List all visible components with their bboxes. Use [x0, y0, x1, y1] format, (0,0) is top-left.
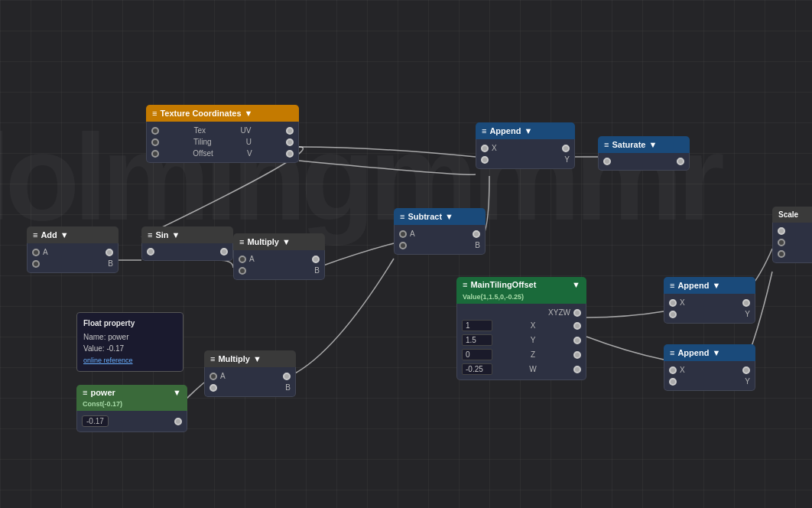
input-w[interactable]	[462, 363, 492, 375]
node-subtract[interactable]: ≡ Subtract ▼ A B	[394, 208, 486, 255]
input-z[interactable]	[462, 349, 492, 360]
pin-append-bot-out[interactable]	[742, 366, 750, 374]
tooltip-ref-link[interactable]: online reference	[83, 357, 133, 364]
node-main-tiling-header[interactable]: ≡ MainTilingOffset ▼ Value(1,1.5,0,-0.25…	[456, 277, 586, 304]
node-append-bot-header[interactable]: ≡ Append ▼	[664, 344, 755, 361]
pin-add-b-in[interactable]	[32, 260, 40, 268]
power-val-row: -0.17	[77, 414, 187, 428]
pin-subtract-b-in[interactable]	[399, 242, 407, 249]
pin-sin-in[interactable]	[147, 248, 154, 256]
node-multiply-bot[interactable]: ≡ Multiply ▼ A B	[204, 350, 296, 397]
pin-mul-bot-out[interactable]	[283, 373, 291, 380]
main-tiling-w: W	[457, 362, 586, 376]
pin-scale-offset-in[interactable]	[778, 239, 785, 246]
pin-subtract-a-in[interactable]	[399, 230, 407, 238]
pin-mul-bot-a-in[interactable]	[209, 373, 217, 380]
append-bot-row-y: Y	[664, 376, 755, 387]
menu-icon: ≡	[83, 388, 87, 397]
node-append-bot[interactable]: ≡ Append ▼ X Y	[664, 344, 755, 391]
pin-tiling-in[interactable]	[151, 138, 159, 146]
node-multiply-top-header[interactable]: ≡ Multiply ▼	[233, 233, 325, 250]
pin-u-out[interactable]	[286, 138, 294, 146]
node-main-tiling[interactable]: ≡ MainTilingOffset ▼ Value(1,1.5,0,-0.25…	[456, 277, 586, 380]
node-sin[interactable]: ≡ Sin ▼	[141, 226, 233, 261]
arrow-icon: ▼	[253, 354, 261, 363]
pin-x-out[interactable]	[573, 322, 581, 330]
pin-v-out[interactable]	[286, 150, 294, 158]
label-y: Y	[745, 310, 750, 318]
node-scale-header[interactable]: Scale	[772, 207, 812, 223]
arrow-icon: ▼	[245, 109, 253, 118]
node-append-mid-title: Append	[677, 281, 709, 290]
pin-subtract-out[interactable]	[473, 230, 480, 238]
pin-mul-bot-b-in[interactable]	[209, 384, 217, 392]
arrow-icon: ▼	[60, 230, 69, 239]
pin-add-out[interactable]	[106, 249, 113, 256]
pin-tex-in[interactable]	[151, 127, 159, 135]
pin-append-top-y-in[interactable]	[481, 156, 489, 164]
pin-append-top-x-in[interactable]	[481, 145, 489, 152]
pin-append-bot-x-in[interactable]	[669, 366, 677, 374]
node-saturate[interactable]: ≡ Saturate ▼	[598, 136, 690, 171]
node-texture-coordinates[interactable]: ≡ Texture Coordinates ▼ Tex UV Tiling U …	[146, 105, 299, 163]
pin-scale-offset2-in[interactable]	[778, 250, 785, 258]
node-append-top-body: X Y	[476, 139, 575, 169]
pin-xyzw-out[interactable]	[573, 309, 581, 317]
pin-power-out[interactable]	[174, 418, 182, 425]
pin-mul-top-out[interactable]	[312, 256, 320, 263]
pin-saturate-out[interactable]	[677, 158, 684, 165]
pin-append-bot-y-in[interactable]	[669, 378, 677, 386]
node-multiply-bot-header[interactable]: ≡ Multiply ▼	[204, 350, 296, 367]
node-row-offset: Offset V	[147, 148, 298, 159]
pin-sin-out[interactable]	[220, 248, 228, 256]
add-row-b: B	[28, 258, 118, 269]
node-multiply-bot-title: Multiply	[218, 354, 250, 363]
arrow-icon: ▼	[572, 280, 580, 289]
node-append-mid[interactable]: ≡ Append ▼ X Y	[664, 277, 755, 324]
input-x[interactable]	[462, 320, 492, 331]
menu-icon: ≡	[670, 348, 674, 357]
pin-mul-top-b-in[interactable]	[239, 267, 246, 275]
node-texture-coordinates-header[interactable]: ≡ Texture Coordinates ▼	[146, 105, 299, 122]
pin-offset-in[interactable]	[151, 150, 159, 158]
node-multiply-top-title: Multiply	[247, 237, 279, 246]
pin-z-out[interactable]	[573, 351, 581, 359]
node-append-bot-body: X Y	[664, 361, 755, 391]
pin-mul-top-a-in[interactable]	[239, 256, 246, 263]
node-append-mid-header[interactable]: ≡ Append ▼	[664, 277, 755, 294]
node-power[interactable]: ≡ power ▼ Const(-0.17) -0.17	[76, 385, 187, 432]
node-append-top[interactable]: ≡ Append ▼ X Y	[476, 122, 575, 169]
node-sin-header[interactable]: ≡ Sin ▼	[141, 226, 233, 243]
pin-scale-scale-in[interactable]	[778, 227, 785, 235]
pin-uv-out[interactable]	[286, 127, 294, 135]
subtract-row-b: B	[395, 239, 485, 251]
menu-icon: ≡	[152, 109, 157, 118]
node-scale[interactable]: Scale Scale Offset	[772, 207, 812, 263]
input-y[interactable]	[462, 334, 492, 346]
node-subtract-header[interactable]: ≡ Subtract ▼	[394, 208, 486, 225]
arrow-icon: ▼	[524, 126, 532, 135]
node-texture-coordinates-title: Texture Coordinates	[160, 109, 241, 118]
node-saturate-header[interactable]: ≡ Saturate ▼	[598, 136, 690, 153]
main-tiling-x: X	[457, 318, 586, 333]
menu-icon: ≡	[482, 126, 486, 135]
node-append-top-header[interactable]: ≡ Append ▼	[476, 122, 575, 139]
node-add-header[interactable]: ≡ Add ▼	[27, 226, 119, 243]
node-multiply-top[interactable]: ≡ Multiply ▼ A B	[233, 233, 325, 280]
node-sin-title: Sin	[155, 230, 168, 239]
pin-y-out[interactable]	[573, 337, 581, 344]
node-saturate-body	[598, 153, 690, 171]
label-x: X	[492, 144, 497, 152]
pin-append-mid-x-in[interactable]	[669, 299, 677, 307]
pin-append-top-out[interactable]	[562, 145, 570, 152]
label-z: Z	[531, 350, 535, 359]
node-main-tiling-subtitle: Value(1,1.5,0,-0.25)	[463, 293, 524, 301]
pin-append-mid-out[interactable]	[742, 299, 750, 307]
pin-saturate-in[interactable]	[603, 158, 611, 165]
pin-append-mid-y-in[interactable]	[669, 311, 677, 318]
menu-icon: ≡	[400, 212, 404, 221]
node-add[interactable]: ≡ Add ▼ A B	[27, 226, 119, 273]
node-power-header[interactable]: ≡ power ▼ Const(-0.17)	[76, 385, 187, 411]
pin-w-out[interactable]	[573, 366, 581, 373]
pin-add-a-in[interactable]	[32, 249, 40, 256]
